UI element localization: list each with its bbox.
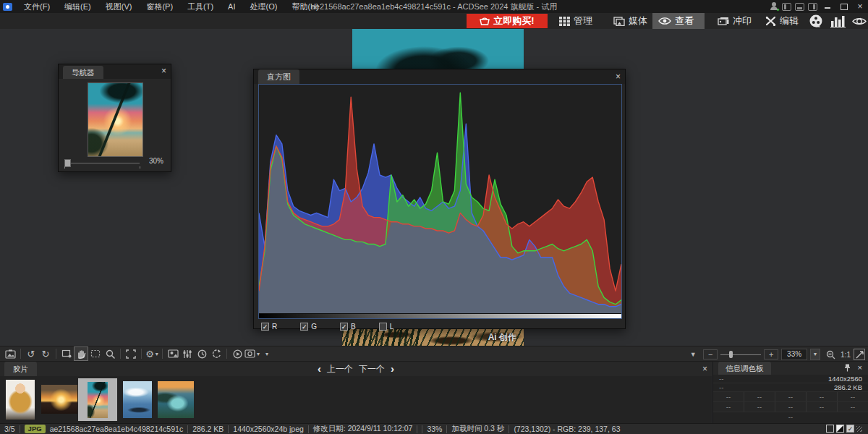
background-contrast-icon[interactable] [836,425,844,433]
fit-image-button[interactable] [124,346,138,361]
auto-lens-button[interactable] [852,13,867,29]
menu-process[interactable]: 处理(O) [243,0,285,13]
histogram-close-icon[interactable]: × [616,72,621,82]
account-icon[interactable] [770,2,778,11]
pin-icon[interactable] [844,364,851,373]
rotate-right-icon: ↻ [42,349,50,359]
status-load-time: 加载时间 0.3 秒 [451,424,504,434]
mode-print[interactable]: 冲印 [712,13,757,29]
status-pixel-info: (723,1302) - RGB: 239, 137, 63 [514,425,620,433]
layout-1-icon[interactable] [782,3,791,11]
auto-advance-button[interactable] [195,346,209,361]
menu-panes[interactable]: 窗格(P) [139,0,180,13]
fit-window-button[interactable] [854,349,865,360]
menu-file[interactable]: 文件(F) [17,0,57,13]
resize-grip[interactable] [856,426,862,432]
next-button[interactable]: 下一个 [359,363,385,375]
rotate-right-button[interactable]: ↻ [38,346,53,361]
info-cell: -- [807,392,838,401]
pan-tool-button[interactable] [74,346,88,361]
channel-b-checkbox[interactable]: ✓ B [340,323,356,331]
camera-face-icon [244,349,255,358]
menu-tools[interactable]: 工具(T) [180,0,221,13]
mode-edit[interactable]: 编辑 [760,13,804,29]
buy-now-button[interactable]: 立即购买! [467,14,548,28]
zoom-slider-handle[interactable] [729,351,733,358]
menu-edit[interactable]: 编辑(E) [57,0,98,13]
slider-track[interactable] [64,163,140,163]
thumbnail-waterfall-coast[interactable] [158,381,194,418]
menu-help[interactable]: 帮助(H) [284,0,326,13]
exposure-warning-button[interactable] [166,346,180,361]
mode-edit-label: 编辑 [780,14,799,27]
previous-button[interactable]: 上一个 [327,363,353,375]
slider-handle[interactable] [64,159,71,167]
info-cells-row-2: -- -- -- -- -- [713,402,868,412]
navigator-header[interactable]: 导航器 × [59,64,171,79]
thumbnail-palm-beach[interactable] [88,382,108,418]
navigator-close-icon[interactable]: × [161,66,166,76]
status-dimensions: 1440x2560x24b jpeg [233,425,304,433]
zoom-out-button[interactable]: − [703,349,718,359]
zoom-dropdown-button[interactable]: ▾ [810,349,820,360]
zoom-in-button[interactable]: + [764,349,778,359]
toolbar-overflow[interactable]: ▾ [260,346,274,361]
zoom-value-field[interactable]: 33% [781,349,807,360]
thumbnail-portrait-woman[interactable] [6,380,35,420]
image-index: 3/5 [4,425,15,433]
layout-2-icon[interactable] [795,3,804,11]
mode-manage[interactable]: 管理 [553,13,598,29]
film-reel-button[interactable] [809,13,823,29]
mode-media[interactable]: 媒体 [608,13,653,29]
actual-size-button[interactable] [823,347,838,362]
filter-adjust-button[interactable] [180,346,195,361]
title-bar: 文件(F) 编辑(E) 视图(V) 窗格(P) 工具(T) AI 处理(O) 帮… [0,0,868,13]
zoom-tool-button[interactable] [103,346,117,361]
channel-g-checkbox[interactable]: ✓ G [300,323,317,331]
external-editor-button[interactable] [3,346,17,361]
layout-3-icon[interactable] [808,3,817,11]
mode-view-label: 查看 [675,14,694,27]
face-detect-button[interactable]: ▾ [244,346,260,361]
channel-l-checkbox[interactable]: L [379,323,394,331]
diagonal-arrow-icon [856,351,864,359]
channel-l-label: L [390,323,394,331]
acdsee-window: 文件(F) 编辑(E) 视图(V) 窗格(P) 工具(T) AI 处理(O) 帮… [0,0,868,434]
thumbnail-sunset-landscape[interactable] [41,385,77,414]
status-filesize: 286.2 KB [192,425,224,433]
sync-view-button[interactable] [209,346,224,361]
zoom-slider[interactable] [720,351,761,358]
previous-arrow-icon[interactable]: ‹ [318,362,321,375]
checkbox-unchecked-icon [379,323,387,331]
slideshow-button[interactable] [230,346,244,361]
rotate-left-button[interactable]: ↺ [24,346,38,361]
mode-view[interactable]: 查看 [652,13,705,29]
display-settings-button[interactable]: ⚙ ▾ [145,346,159,361]
print-icon [718,17,729,26]
status-bar: 3/5 JPG ae21568ac27ea8ea1eb4c498214c591c… [0,423,868,434]
option-checkbox-icon[interactable]: ✓ [846,425,854,433]
thumbnail-lake-mountains[interactable] [123,381,152,418]
next-arrow-icon[interactable]: › [391,362,394,375]
background-plain-icon[interactable] [826,425,834,433]
checkbox-checked-icon: ✓ [261,323,269,331]
zoom-menu-button[interactable]: ▼ [686,347,700,362]
histogram-header[interactable]: 直方图 × [254,69,625,84]
thumbnail-selected-frame[interactable] [78,378,117,421]
info-cell: -- [838,402,868,412]
select-tool-button[interactable] [88,346,103,361]
ratio-1-1-button[interactable]: 1:1 [841,351,851,359]
maximize-button[interactable] [839,2,849,11]
menu-ai[interactable]: AI [221,0,242,13]
channel-r-checkbox[interactable]: ✓ R [261,323,277,331]
filmstrip-close-icon[interactable]: × [702,364,707,374]
crop-tool-button[interactable] [59,346,74,361]
menu-view[interactable]: 视图(V) [98,0,140,13]
navigator-zoom-slider[interactable] [64,158,144,167]
close-button[interactable]: × [855,2,865,11]
navigator-thumbnail[interactable] [88,82,143,157]
eye-icon [658,17,671,25]
histogram-toggle-button[interactable] [830,13,846,29]
info-panel-close-icon[interactable]: × [858,363,862,372]
minimize-button[interactable] [823,2,833,11]
